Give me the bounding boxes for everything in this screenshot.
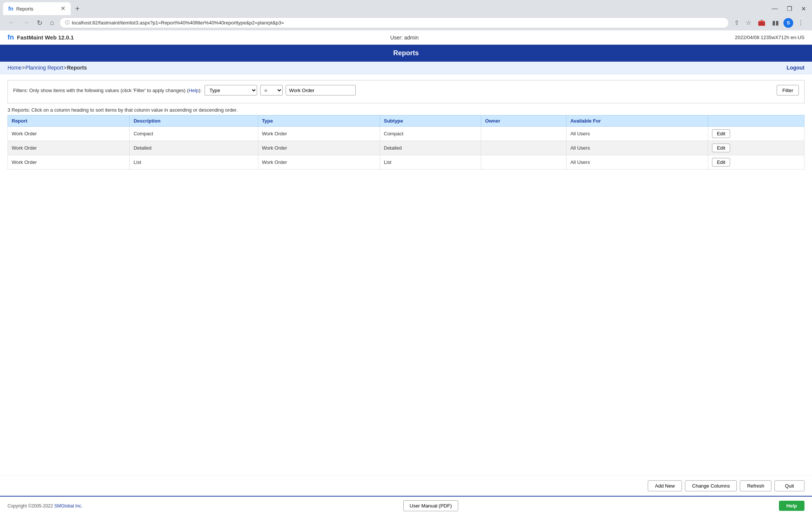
- filter-button[interactable]: Filter: [777, 85, 799, 95]
- help-button[interactable]: Help: [779, 501, 804, 511]
- tab-favicon: fn: [8, 6, 13, 12]
- cell-available-for: All Users: [567, 155, 708, 170]
- breadcrumb-sep-1: >: [22, 65, 25, 71]
- profile-button[interactable]: S: [783, 18, 793, 28]
- cell-report: Work Order: [8, 155, 130, 170]
- user-label: User: admin: [390, 35, 418, 41]
- home-button[interactable]: ⌂: [48, 18, 56, 27]
- cell-edit: Edit: [708, 141, 804, 155]
- page-title-bar: Reports: [0, 45, 812, 62]
- tab-bar: fn Reports ✕ + — ❐ ✕: [3, 2, 809, 15]
- table-row: Work OrderDetailedWork OrderDetailedAll …: [8, 141, 804, 155]
- maximize-button[interactable]: ❐: [784, 5, 795, 13]
- col-header-type[interactable]: Type: [258, 115, 380, 127]
- filter-prefix-text: Filters: Only show items with the follow…: [13, 88, 201, 93]
- breadcrumb-home[interactable]: Home: [8, 65, 21, 71]
- cell-owner: [481, 127, 567, 141]
- col-header-owner[interactable]: Owner: [481, 115, 567, 127]
- app-wrapper: fn FastMaint Web 12.0.1 User: admin 2022…: [0, 30, 812, 515]
- table-body: Work OrderCompactWork OrderCompactAll Us…: [8, 127, 804, 170]
- page-footer: Copyright ©2005-2022 SMGlobal Inc. User …: [0, 496, 812, 515]
- cell-edit: Edit: [708, 127, 804, 141]
- cell-description: Detailed: [130, 141, 258, 155]
- filter-box: Filters: Only show items with the follow…: [8, 80, 804, 103]
- col-header-report[interactable]: Report: [8, 115, 130, 127]
- filter-operator-select[interactable]: = != < >: [260, 85, 283, 95]
- change-columns-button[interactable]: Change Columns: [685, 480, 737, 491]
- user-manual-button[interactable]: User Manual (PDF): [403, 500, 458, 511]
- logout-link[interactable]: Logout: [787, 65, 804, 71]
- edit-button[interactable]: Edit: [712, 158, 730, 167]
- cell-description: List: [130, 155, 258, 170]
- refresh-button[interactable]: Refresh: [740, 480, 771, 491]
- address-bar: ← → ↻ ⌂ ⓘ localhost:82/fastmaint/itemlis…: [3, 15, 809, 30]
- cell-subtype: Detailed: [380, 141, 481, 155]
- new-tab-button[interactable]: +: [72, 3, 83, 15]
- cell-subtype: Compact: [380, 127, 481, 141]
- tab-title: Reports: [16, 6, 58, 12]
- sidebar-toggle-button[interactable]: ▮▮: [770, 18, 781, 27]
- secure-icon: ⓘ: [65, 20, 70, 26]
- filter-row: Filters: Only show items with the follow…: [13, 85, 799, 95]
- content-area: Filters: Only show items with the follow…: [0, 74, 812, 476]
- add-new-button[interactable]: Add New: [648, 480, 682, 491]
- menu-button[interactable]: ⋮: [795, 18, 806, 27]
- url-text: localhost:82/fastmaint/itemlist3.aspx?p1…: [72, 20, 723, 26]
- cell-type: Work Order: [258, 155, 380, 170]
- page-title: Reports: [0, 49, 812, 57]
- minimize-button[interactable]: —: [769, 5, 781, 13]
- tab-close-button[interactable]: ✕: [61, 6, 65, 12]
- data-table: Report Description Type Subtype Owner Av…: [8, 115, 804, 170]
- table-row: Work OrderCompactWork OrderCompactAll Us…: [8, 127, 804, 141]
- copyright-text: Copyright ©2005-2022 SMGlobal Inc.: [8, 503, 83, 509]
- col-header-actions: [708, 115, 804, 127]
- results-info: 3 Reports: Click on a column heading to …: [8, 107, 804, 113]
- cell-available-for: All Users: [567, 141, 708, 155]
- active-tab[interactable]: fn Reports ✕: [3, 2, 71, 15]
- table-row: Work OrderListWork OrderListAll UsersEdi…: [8, 155, 804, 170]
- cell-owner: [481, 141, 567, 155]
- edit-button[interactable]: Edit: [712, 144, 730, 152]
- browser-actions: ⇧ ☆ 🧰 ▮▮ S ⋮: [732, 18, 806, 28]
- filter-help-link[interactable]: Help: [189, 88, 199, 93]
- cell-description: Compact: [130, 127, 258, 141]
- forward-button[interactable]: →: [20, 18, 32, 27]
- window-controls: — ❐ ✕: [769, 5, 809, 13]
- filter-value-input[interactable]: [286, 85, 356, 95]
- cell-type: Work Order: [258, 141, 380, 155]
- breadcrumb-sep-2: >: [64, 65, 67, 71]
- breadcrumb-current: Reports: [67, 65, 87, 71]
- cell-owner: [481, 155, 567, 170]
- cell-subtype: List: [380, 155, 481, 170]
- extensions-button[interactable]: 🧰: [756, 18, 768, 27]
- reload-button[interactable]: ↻: [35, 18, 45, 28]
- cell-report: Work Order: [8, 127, 130, 141]
- col-header-description[interactable]: Description: [130, 115, 258, 127]
- edit-button[interactable]: Edit: [712, 129, 730, 138]
- cell-type: Work Order: [258, 127, 380, 141]
- url-bar[interactable]: ⓘ localhost:82/fastmaint/itemlist3.aspx?…: [59, 17, 729, 28]
- cell-available-for: All Users: [567, 127, 708, 141]
- col-header-subtype[interactable]: Subtype: [380, 115, 481, 127]
- app-name: FastMaint Web 12.0.1: [17, 34, 74, 41]
- copyright-prefix: Copyright ©2005-2022: [8, 503, 54, 509]
- table-header-row: Report Description Type Subtype Owner Av…: [8, 115, 804, 127]
- cell-edit: Edit: [708, 155, 804, 170]
- col-header-available-for[interactable]: Available For: [567, 115, 708, 127]
- bookmark-button[interactable]: ☆: [744, 18, 753, 27]
- back-button[interactable]: ←: [6, 18, 17, 27]
- logo-fn-icon: fn: [8, 33, 14, 41]
- quit-button[interactable]: Quit: [774, 480, 804, 491]
- app-logo: fn FastMaint Web 12.0.1: [8, 33, 74, 41]
- app-meta: 2022/04/08 1235wX712h en-US: [735, 35, 804, 40]
- close-window-button[interactable]: ✕: [798, 5, 809, 13]
- breadcrumb-planning-report[interactable]: Planning Report: [26, 65, 63, 71]
- share-button[interactable]: ⇧: [732, 18, 741, 27]
- company-link[interactable]: SMGlobal Inc.: [54, 503, 82, 509]
- breadcrumb-bar: Home > Planning Report > Reports Logout: [0, 62, 812, 74]
- browser-chrome: fn Reports ✕ + — ❐ ✕ ← → ↻ ⌂ ⓘ localhost…: [0, 0, 812, 30]
- filter-field-select[interactable]: Type Description Subtype Owner Available…: [205, 85, 257, 95]
- cell-report: Work Order: [8, 141, 130, 155]
- footer-actions: Add New Change Columns Refresh Quit: [0, 476, 812, 496]
- app-header: fn FastMaint Web 12.0.1 User: admin 2022…: [0, 30, 812, 45]
